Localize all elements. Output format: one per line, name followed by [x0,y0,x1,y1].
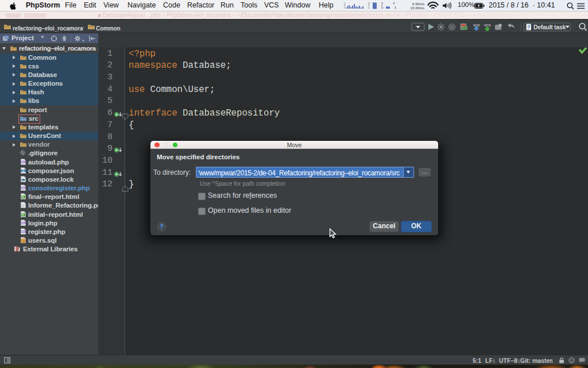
svg-text:?: ? [527,25,530,30]
svg-text:U: U [368,7,370,9]
svg-text:M: M [381,7,383,9]
svg-text:php: php [21,187,25,189]
svg-text:php: php [21,161,25,163]
svg-text:php: php [21,222,25,224]
svg-text:6.5Kb/s: 6.5Kb/s [412,2,424,6]
svg-text:php: php [21,231,25,233]
svg-text:VCS: VCS [484,24,491,27]
svg-text:VCS: VCS [473,24,480,27]
svg-text:15.0Kb/s: 15.0Kb/s [411,6,424,10]
svg-text:Default task: Default task [533,24,566,30]
svg-text:U: U [344,6,346,9]
